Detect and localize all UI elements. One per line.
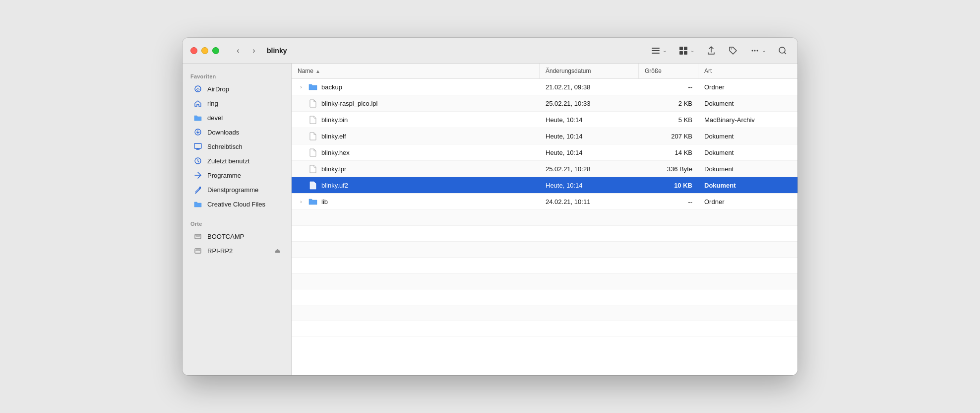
close-button[interactable] bbox=[190, 47, 197, 54]
places-section-label: Orte bbox=[183, 217, 291, 229]
file-row[interactable]: blinky-raspi_pico.lpi 25.02.21, 10:33 2 … bbox=[292, 95, 797, 112]
kind-cell: Ordner bbox=[698, 79, 797, 95]
back-button[interactable]: ‹ bbox=[231, 44, 245, 58]
file-row[interactable]: › lib 24.02.21, 10:11 -- Ordner bbox=[292, 194, 797, 210]
sidebar-item-applications[interactable]: Programme bbox=[185, 168, 288, 182]
sidebar-item-bootcamp[interactable]: BOOTCAMP bbox=[185, 229, 288, 243]
sidebar-item-recents[interactable]: Zuletzt benutzt bbox=[185, 154, 288, 168]
doc-icon bbox=[308, 164, 317, 173]
search-icon bbox=[778, 46, 788, 56]
kind-cell: Dokument bbox=[698, 144, 797, 160]
file-name-cell: blinky.hex bbox=[292, 144, 540, 160]
modified-cell: Heute, 10:14 bbox=[540, 128, 639, 144]
file-name-cell: › lib bbox=[292, 194, 540, 209]
size-cell: 207 KB bbox=[639, 128, 698, 144]
sidebar-item-desktop[interactable]: Schreibtisch bbox=[185, 139, 288, 153]
downloads-label: Downloads bbox=[207, 129, 239, 136]
devel-folder-icon bbox=[193, 113, 202, 122]
svg-point-9 bbox=[754, 50, 756, 51]
kind-cell: Ordner bbox=[698, 194, 797, 209]
sidebar-item-devel[interactable]: devel bbox=[185, 111, 288, 125]
tag-button[interactable] bbox=[726, 44, 740, 58]
sidebar: Favoriten AirDrop ring devel bbox=[183, 64, 292, 375]
maximize-button[interactable] bbox=[212, 47, 219, 54]
grid-view-button[interactable]: ⌄ bbox=[676, 44, 696, 58]
sidebar-item-rpi-rp2[interactable]: RPI-RP2 ⏏ bbox=[185, 244, 288, 258]
modified-cell: 25.02.21, 10:33 bbox=[540, 95, 639, 111]
share-button[interactable] bbox=[704, 44, 718, 58]
minimize-button[interactable] bbox=[201, 47, 208, 54]
desktop-icon bbox=[193, 142, 202, 151]
utilities-label: Dienstprogramme bbox=[207, 186, 258, 194]
svg-rect-0 bbox=[652, 48, 660, 49]
size-column-header[interactable]: Größe bbox=[639, 64, 698, 78]
file-row[interactable]: blinky.hex Heute, 10:14 14 KB Dokument bbox=[292, 144, 797, 161]
empty-row bbox=[292, 289, 797, 305]
eject-button-rpi[interactable]: ⏏ bbox=[275, 247, 280, 254]
svg-point-7 bbox=[731, 48, 732, 49]
devel-label: devel bbox=[207, 114, 223, 122]
modified-cell: Heute, 10:14 bbox=[540, 177, 639, 193]
main-area: Favoriten AirDrop ring devel bbox=[183, 64, 797, 375]
expand-icon[interactable]: › bbox=[298, 84, 305, 90]
tag-icon bbox=[728, 46, 738, 56]
kind-column-header[interactable]: Art bbox=[698, 64, 797, 78]
more-button[interactable]: ⌄ bbox=[748, 44, 768, 58]
share-icon bbox=[706, 46, 716, 56]
search-button[interactable] bbox=[776, 44, 790, 58]
sidebar-item-downloads[interactable]: Downloads bbox=[185, 125, 288, 139]
window-controls bbox=[190, 47, 219, 54]
file-list: Name ▲ Änderungsdatum Größe Art › bbox=[292, 64, 797, 375]
modified-cell: 21.02.21, 09:38 bbox=[540, 79, 639, 95]
list-view-button[interactable]: ⌄ bbox=[649, 44, 669, 58]
file-row[interactable]: blinky.lpr 25.02.21, 10:28 336 Byte Doku… bbox=[292, 161, 797, 177]
downloads-icon bbox=[193, 128, 202, 137]
svg-point-8 bbox=[752, 50, 753, 51]
toolbar: ⌄ ⌄ bbox=[649, 44, 790, 58]
file-name-cell: blinky.elf bbox=[292, 128, 540, 144]
sidebar-item-airdrop[interactable]: AirDrop bbox=[185, 82, 288, 96]
grid-chevron-icon: ⌄ bbox=[690, 48, 694, 53]
sidebar-item-utilities[interactable]: Dienstprogramme bbox=[185, 183, 288, 197]
navigation-buttons: ‹ › bbox=[231, 44, 261, 58]
airdrop-icon bbox=[193, 84, 202, 93]
empty-row bbox=[292, 226, 797, 242]
filelist-header: Name ▲ Änderungsdatum Größe Art bbox=[292, 64, 797, 79]
doc-icon bbox=[308, 115, 317, 124]
ring-label: ring bbox=[207, 100, 218, 107]
kind-cell: Dokument bbox=[698, 128, 797, 144]
file-row[interactable]: blinky.elf Heute, 10:14 207 KB Dokument bbox=[292, 128, 797, 144]
utilities-icon bbox=[193, 185, 202, 194]
expand-icon[interactable]: › bbox=[298, 199, 305, 205]
name-column-header[interactable]: Name ▲ bbox=[292, 64, 540, 78]
rpi-label: RPI-RP2 bbox=[207, 247, 233, 255]
window-title: blinky bbox=[267, 47, 287, 55]
list-chevron-icon: ⌄ bbox=[663, 48, 667, 53]
more-chevron-icon: ⌄ bbox=[762, 48, 766, 53]
empty-row bbox=[292, 258, 797, 274]
applications-icon bbox=[193, 171, 202, 180]
creative-cloud-icon bbox=[193, 200, 202, 208]
file-name-cell: blinky.uf2 bbox=[292, 177, 540, 193]
file-name-cell: blinky.bin bbox=[292, 112, 540, 128]
doc-icon bbox=[308, 99, 317, 108]
modified-column-header[interactable]: Änderungsdatum bbox=[540, 64, 639, 78]
more-icon bbox=[750, 46, 760, 56]
sidebar-item-creative-cloud[interactable]: Creative Cloud Files bbox=[185, 197, 288, 211]
size-cell: 10 KB bbox=[639, 177, 698, 193]
sidebar-item-ring[interactable]: ring bbox=[185, 96, 288, 110]
file-row-selected[interactable]: blinky.uf2 Heute, 10:14 10 KB Dokument bbox=[292, 177, 797, 194]
file-row[interactable]: blinky.bin Heute, 10:14 5 KB MacBinary-A… bbox=[292, 112, 797, 128]
modified-cell: 24.02.21, 10:11 bbox=[540, 194, 639, 209]
grid-view-icon bbox=[678, 46, 688, 56]
kind-cell: MacBinary-Archiv bbox=[698, 112, 797, 128]
titlebar: ‹ › blinky ⌄ ⌄ bbox=[183, 38, 797, 64]
svg-rect-1 bbox=[652, 50, 660, 51]
forward-button[interactable]: › bbox=[247, 44, 261, 58]
doc-icon bbox=[308, 148, 317, 157]
svg-rect-4 bbox=[684, 47, 687, 50]
airdrop-label: AirDrop bbox=[207, 85, 229, 93]
svg-point-13 bbox=[197, 90, 198, 91]
file-row[interactable]: › backup 21.02.21, 09:38 -- Ordner bbox=[292, 79, 797, 95]
svg-rect-3 bbox=[679, 47, 683, 50]
